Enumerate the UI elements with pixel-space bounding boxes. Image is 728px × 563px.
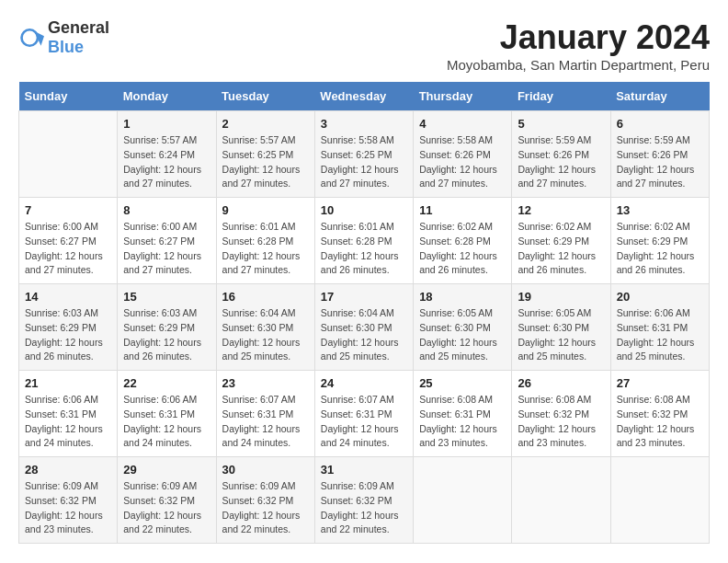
main-title: January 2024 [447,18,710,57]
week-row-5: 28Sunrise: 6:09 AMSunset: 6:32 PMDayligh… [19,457,710,544]
day-number: 20 [617,290,703,304]
header-sunday: Sunday [19,82,118,111]
day-number: 30 [222,463,309,477]
day-info: Sunrise: 6:06 AMSunset: 6:31 PMDaylight:… [617,306,703,364]
cell-w3-d3: 17Sunrise: 6:04 AMSunset: 6:30 PMDayligh… [314,284,413,371]
day-number: 4 [419,117,506,131]
calendar-header: SundayMondayTuesdayWednesdayThursdayFrid… [19,82,710,111]
day-info: Sunrise: 6:08 AMSunset: 6:31 PMDaylight:… [419,393,506,451]
day-info: Sunrise: 6:04 AMSunset: 6:30 PMDaylight:… [321,306,407,364]
day-info: Sunrise: 6:09 AMSunset: 6:32 PMDaylight:… [123,479,210,537]
cell-w4-d6: 27Sunrise: 6:08 AMSunset: 6:32 PMDayligh… [610,371,709,457]
day-number: 12 [518,203,604,217]
day-number: 10 [321,203,407,217]
day-number: 9 [222,203,309,217]
day-info: Sunrise: 6:00 AMSunset: 6:27 PMDaylight:… [25,220,111,278]
calendar-body: 1Sunrise: 5:57 AMSunset: 6:24 PMDaylight… [19,111,710,544]
day-info: Sunrise: 6:03 AMSunset: 6:29 PMDaylight:… [123,306,210,364]
day-number: 17 [321,290,407,304]
cell-w5-d2: 30Sunrise: 6:09 AMSunset: 6:32 PMDayligh… [216,457,314,544]
day-info: Sunrise: 5:59 AMSunset: 6:26 PMDaylight:… [617,133,703,191]
day-info: Sunrise: 5:58 AMSunset: 6:26 PMDaylight:… [419,133,506,191]
day-info: Sunrise: 5:58 AMSunset: 6:25 PMDaylight:… [321,133,407,191]
day-number: 18 [419,290,506,304]
day-number: 24 [321,376,407,390]
cell-w4-d3: 24Sunrise: 6:07 AMSunset: 6:31 PMDayligh… [314,371,413,457]
cell-w1-d5: 5Sunrise: 5:59 AMSunset: 6:26 PMDaylight… [512,111,610,198]
header-thursday: Thursday [414,82,512,111]
week-row-3: 14Sunrise: 6:03 AMSunset: 6:29 PMDayligh… [19,284,710,371]
cell-w2-d0: 7Sunrise: 6:00 AMSunset: 6:27 PMDaylight… [19,198,118,284]
day-info: Sunrise: 6:05 AMSunset: 6:30 PMDaylight:… [518,306,604,364]
day-info: Sunrise: 6:04 AMSunset: 6:30 PMDaylight:… [222,306,309,364]
cell-w1-d3: 3Sunrise: 5:58 AMSunset: 6:25 PMDaylight… [314,111,413,198]
day-number: 7 [25,203,111,217]
cell-w2-d3: 10Sunrise: 6:01 AMSunset: 6:28 PMDayligh… [314,198,413,284]
header-wednesday: Wednesday [314,82,413,111]
day-number: 28 [25,463,111,477]
day-info: Sunrise: 6:09 AMSunset: 6:32 PMDaylight:… [222,479,309,537]
day-info: Sunrise: 6:02 AMSunset: 6:28 PMDaylight:… [419,220,506,278]
cell-w5-d3: 31Sunrise: 6:09 AMSunset: 6:32 PMDayligh… [314,457,413,544]
header-friday: Friday [512,82,610,111]
day-number: 13 [617,203,703,217]
cell-w2-d5: 12Sunrise: 6:02 AMSunset: 6:29 PMDayligh… [512,198,610,284]
day-number: 26 [518,376,604,390]
cell-w3-d5: 19Sunrise: 6:05 AMSunset: 6:30 PMDayligh… [512,284,610,371]
cell-w3-d2: 16Sunrise: 6:04 AMSunset: 6:30 PMDayligh… [216,284,314,371]
header-monday: Monday [118,82,216,111]
week-row-2: 7Sunrise: 6:00 AMSunset: 6:27 PMDaylight… [19,198,710,284]
cell-w4-d4: 25Sunrise: 6:08 AMSunset: 6:31 PMDayligh… [414,371,512,457]
day-info: Sunrise: 6:09 AMSunset: 6:32 PMDaylight:… [321,479,407,537]
day-number: 6 [617,117,703,131]
day-number: 25 [419,376,506,390]
day-info: Sunrise: 6:06 AMSunset: 6:31 PMDaylight:… [123,393,210,451]
header-saturday: Saturday [610,82,709,111]
cell-w1-d2: 2Sunrise: 5:57 AMSunset: 6:25 PMDaylight… [216,111,314,198]
cell-w1-d0 [19,111,118,198]
day-info: Sunrise: 6:09 AMSunset: 6:32 PMDaylight:… [25,479,111,537]
day-info: Sunrise: 6:08 AMSunset: 6:32 PMDaylight:… [518,393,604,451]
day-number: 19 [518,290,604,304]
day-number: 22 [123,376,210,390]
day-number: 21 [25,376,111,390]
cell-w2-d4: 11Sunrise: 6:02 AMSunset: 6:28 PMDayligh… [414,198,512,284]
cell-w3-d1: 15Sunrise: 6:03 AMSunset: 6:29 PMDayligh… [118,284,216,371]
cell-w4-d2: 23Sunrise: 6:07 AMSunset: 6:31 PMDayligh… [216,371,314,457]
day-info: Sunrise: 6:07 AMSunset: 6:31 PMDaylight:… [222,393,309,451]
day-number: 15 [123,290,210,304]
title-area: January 2024 Moyobamba, San Martin Depar… [447,18,710,73]
day-number: 27 [617,376,703,390]
header: General Blue January 2024 Moyobamba, San… [18,18,710,73]
cell-w5-d4 [414,457,512,544]
day-number: 16 [222,290,309,304]
day-info: Sunrise: 6:00 AMSunset: 6:27 PMDaylight:… [123,220,210,278]
day-info: Sunrise: 5:57 AMSunset: 6:24 PMDaylight:… [123,133,210,191]
cell-w1-d4: 4Sunrise: 5:58 AMSunset: 6:26 PMDaylight… [414,111,512,198]
day-info: Sunrise: 6:05 AMSunset: 6:30 PMDaylight:… [419,306,506,364]
logo: General Blue [18,18,109,57]
day-number: 29 [123,463,210,477]
logo-blue: Blue [48,38,84,56]
day-number: 1 [123,117,210,131]
day-info: Sunrise: 5:59 AMSunset: 6:26 PMDaylight:… [518,133,604,191]
cell-w3-d6: 20Sunrise: 6:06 AMSunset: 6:31 PMDayligh… [610,284,709,371]
day-info: Sunrise: 6:08 AMSunset: 6:32 PMDaylight:… [617,393,703,451]
week-row-4: 21Sunrise: 6:06 AMSunset: 6:31 PMDayligh… [19,371,710,457]
cell-w1-d6: 6Sunrise: 5:59 AMSunset: 6:26 PMDaylight… [610,111,709,198]
day-info: Sunrise: 6:06 AMSunset: 6:31 PMDaylight:… [25,393,111,451]
cell-w5-d6 [610,457,709,544]
week-row-1: 1Sunrise: 5:57 AMSunset: 6:24 PMDaylight… [19,111,710,198]
cell-w4-d1: 22Sunrise: 6:06 AMSunset: 6:31 PMDayligh… [118,371,216,457]
subtitle: Moyobamba, San Martin Department, Peru [447,57,710,73]
day-number: 8 [123,203,210,217]
day-info: Sunrise: 6:02 AMSunset: 6:29 PMDaylight:… [617,220,703,278]
day-info: Sunrise: 6:03 AMSunset: 6:29 PMDaylight:… [25,306,111,364]
cell-w1-d1: 1Sunrise: 5:57 AMSunset: 6:24 PMDaylight… [118,111,216,198]
cell-w2-d6: 13Sunrise: 6:02 AMSunset: 6:29 PMDayligh… [610,198,709,284]
day-info: Sunrise: 6:07 AMSunset: 6:31 PMDaylight:… [321,393,407,451]
day-number: 23 [222,376,309,390]
logo-general: General [48,18,109,37]
logo-icon [18,25,44,51]
day-number: 2 [222,117,309,131]
